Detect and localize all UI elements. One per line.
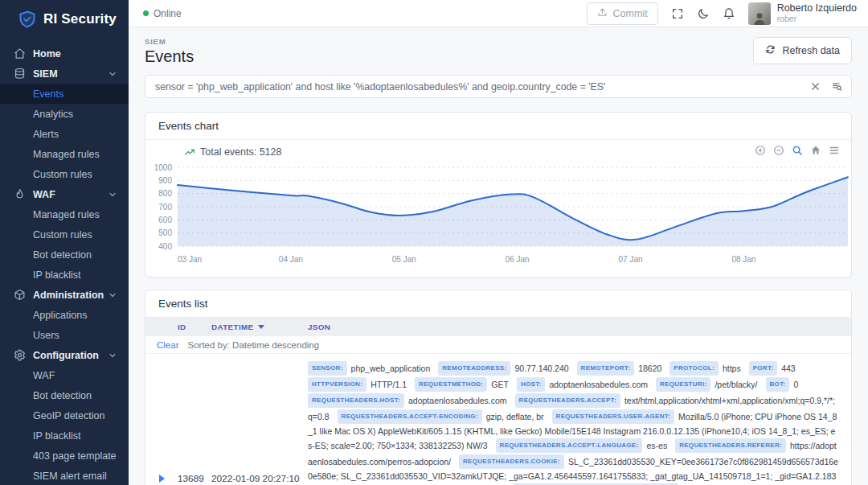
sidebar-item-ip-blacklist[interactable]: IP blacklist [0, 265, 129, 285]
events-rows: 136892022-01-09 20:27:10SENSOR:php_web_a… [145, 354, 851, 485]
sidebar-item-bot-detection[interactable]: Bot detection [0, 385, 129, 405]
selection-zoom-icon[interactable] [792, 145, 803, 156]
sidebar-item-ip-blacklist[interactable]: IP blacklist [0, 425, 129, 446]
json-key-badge[interactable]: REQUESTHEADERS.REFERER: [675, 438, 786, 453]
json-key-badge[interactable]: REQUESTHEADERS.USER-AGENT: [552, 409, 674, 424]
trending-up-icon [184, 146, 195, 158]
user-menu[interactable]: Roberto Izquierdo rober [748, 2, 857, 25]
sidebar-item-home[interactable]: Home [0, 43, 129, 64]
sidebar-item-administration[interactable]: Administration [0, 285, 129, 305]
svg-text:500: 500 [158, 228, 172, 237]
sidebar-item-label: Administration [33, 290, 104, 301]
clear-sort-link[interactable]: Clear [157, 340, 178, 350]
sidebar-item-managed-rules[interactable]: Managed rules [0, 204, 129, 224]
sidebar-item-label: Home [33, 48, 61, 60]
brand[interactable]: RI Security [0, 0, 129, 39]
sidebar-item-siem[interactable]: SIEM [0, 64, 129, 84]
json-key-badge[interactable]: REMOTEADDRESS: [438, 361, 510, 376]
events-chart-card: Events chart Total events: 5128 40050060… [145, 112, 852, 277]
sidebar-item-users[interactable]: Users [0, 325, 129, 345]
json-key-badge[interactable]: REQUESTHEADERS.COOKIE: [459, 454, 564, 469]
json-value: adoptaenlosabedules.com [408, 396, 507, 405]
sidebar-item-label: IP blacklist [33, 430, 81, 442]
dark-mode-moon-icon[interactable] [697, 7, 710, 20]
notifications-bell-icon[interactable] [723, 7, 735, 20]
json-key-badge[interactable]: BOT: [766, 377, 790, 392]
json-key-badge[interactable]: REMOTEPORT: [577, 361, 635, 376]
search-list-icon[interactable] [831, 80, 843, 92]
reset-home-icon[interactable] [810, 145, 821, 156]
events-table: ID DATETIME JSON Clear Sorted by: Dateti… [145, 318, 851, 485]
svg-text:04 Jan: 04 Jan [279, 255, 303, 264]
sidebar-item-label: Managed rules [33, 209, 100, 220]
id-column-header[interactable]: ID [178, 323, 211, 331]
sidebar-item-custom-rules[interactable]: Custom rules [0, 224, 129, 245]
svg-text:800: 800 [158, 189, 172, 198]
json-key-badge[interactable]: HOST: [517, 377, 546, 392]
json-key-badge[interactable]: SENSOR: [308, 361, 347, 376]
events-chart: Total events: 5128 400500600700800900100… [145, 140, 851, 277]
commit-button[interactable]: Commit [587, 2, 658, 25]
sidebar-item-alerts[interactable]: Alerts [0, 124, 129, 144]
sidebar-item-events[interactable]: Events [0, 84, 129, 104]
svg-text:900: 900 [158, 176, 172, 185]
json-key-badge[interactable]: PROTOCOL: [669, 361, 719, 376]
json-key-badge[interactable]: REQUESTURI: [656, 377, 710, 392]
sidebar-item-label: Bot detection [33, 249, 92, 261]
sidebar-item-label: Custom rules [33, 229, 92, 240]
svg-text:05 Jan: 05 Jan [392, 255, 416, 264]
sidebar-item-custom-rules[interactable]: Custom rules [0, 164, 129, 184]
datetime-column-header[interactable]: DATETIME [211, 323, 308, 331]
svg-text:700: 700 [158, 203, 172, 212]
refresh-data-button[interactable]: Refresh data [753, 37, 852, 64]
sidebar-item-analytics[interactable]: Analytics [0, 104, 129, 124]
json-key-badge[interactable]: REQUESTHEADERS.ACCEPT: [515, 393, 620, 408]
sidebar-item-geoip-detection[interactable]: GeoIP detection [0, 405, 129, 425]
fullscreen-icon[interactable] [671, 7, 684, 20]
json-key-badge[interactable]: HTTPVERSION: [308, 377, 366, 392]
flame-icon [14, 188, 26, 200]
json-key-badge[interactable]: PORT: [749, 361, 778, 376]
json-value: 90.77.140.240 [514, 364, 568, 373]
gear-icon [14, 349, 26, 361]
refresh-label: Refresh data [782, 45, 840, 56]
refresh-icon [765, 44, 776, 57]
sidebar: RI Security HomeSIEMEventsAnalyticsAlert… [0, 0, 129, 485]
svg-text:06 Jan: 06 Jan [506, 255, 530, 264]
sidebar-item-label: Events [33, 88, 63, 100]
expand-row-icon[interactable] [145, 475, 178, 483]
zoom-out-icon[interactable] [773, 145, 784, 156]
chevron-down-icon [108, 69, 117, 79]
clear-query-icon[interactable] [809, 80, 821, 92]
json-key-badge[interactable]: REQUESTHEADERS.HOST: [308, 393, 404, 408]
events-chart-svg[interactable]: 400500600700800900100003 Jan04 Jan05 Jan… [147, 143, 853, 269]
sidebar-item-waf[interactable]: WAF [0, 365, 129, 385]
sidebar-item-403-page-template[interactable]: 403 page template [0, 446, 129, 466]
home-icon [14, 47, 26, 60]
sidebar-item-bot-detection[interactable]: Bot detection [0, 245, 129, 265]
zoom-in-icon[interactable] [755, 145, 766, 156]
sidebar-item-label: IP blacklist [33, 269, 81, 281]
sidebar-item-siem-alert-email[interactable]: SIEM alert email [0, 466, 129, 485]
events-chart-title: Events chart [145, 113, 851, 140]
sidebar-item-configuration[interactable]: Configuration [0, 345, 129, 365]
sidebar-item-waf[interactable]: WAF [0, 184, 129, 204]
sidebar-item-applications[interactable]: Applications [0, 305, 129, 325]
json-value: GET [491, 380, 509, 389]
sidebar-item-label: Alerts [33, 129, 59, 140]
sidebar-item-managed-rules[interactable]: Managed rules [0, 144, 129, 164]
sidebar-item-label: SIEM alert email [33, 471, 107, 482]
main-content: SIEM Events Refresh data Event [129, 27, 868, 485]
sidebar-item-label: Managed rules [33, 149, 100, 160]
query-input[interactable] [155, 81, 800, 92]
chart-menu-icon[interactable] [829, 145, 840, 156]
json-value: es-es [646, 441, 667, 450]
json-key-badge[interactable]: REQUESTMETHOD: [415, 377, 487, 392]
package-icon [14, 289, 26, 301]
chart-legend: Total events: 5128 [184, 146, 281, 158]
shield-logo-icon [18, 10, 37, 29]
json-key-badge[interactable]: REQUESTHEADERS.ACCEPT-LANGUAGE: [496, 438, 643, 453]
event-id: 13689 [178, 473, 211, 484]
json-key-badge[interactable]: REQUESTHEADERS.ACCEPT-ENCODING: [338, 409, 482, 424]
json-value: 443 [781, 364, 796, 373]
